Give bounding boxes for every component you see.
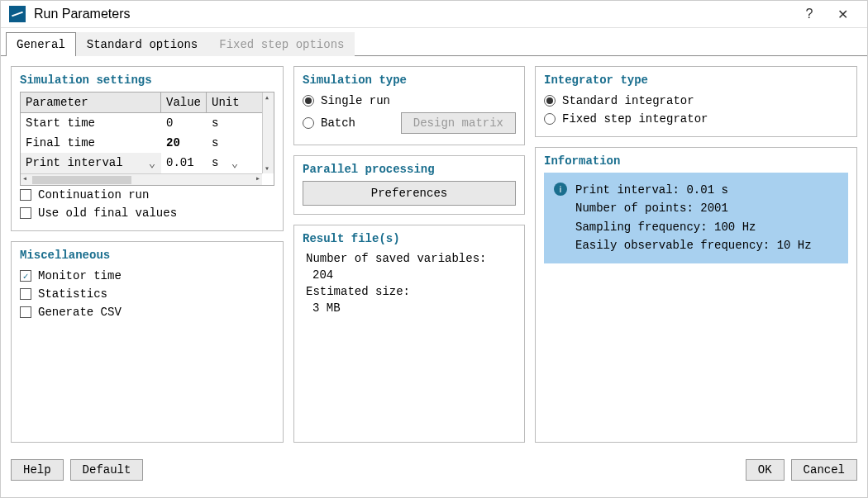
titlebar: Run Parameters ? ✕	[1, 1, 867, 28]
cell-value[interactable]: 20	[161, 133, 207, 153]
cell-unit: s	[207, 113, 244, 133]
group-miscellaneous: Miscellaneous ✓ Monitor time Statistics …	[11, 241, 284, 443]
table-header: Parameter Value Unit	[21, 92, 262, 113]
info-line: Print interval: 0.01 s	[575, 181, 812, 199]
group-title: Integrator type	[544, 74, 848, 87]
radio-label: Single run	[321, 94, 390, 107]
tab-general[interactable]: General	[6, 32, 76, 56]
checkbox-icon[interactable]	[20, 288, 31, 300]
estimated-size-label: Estimated size:	[303, 283, 516, 300]
checkbox-label: Continuation run	[38, 188, 149, 202]
group-integrator-type: Integrator type Standard integrator Fixe…	[535, 66, 857, 137]
default-button[interactable]: Default	[70, 459, 144, 481]
group-parallel-processing: Parallel processing Preferences	[293, 155, 525, 215]
tab-bar: General Standard options Fixed step opti…	[1, 31, 867, 56]
group-information: Information i Print interval: 0.01 s Num…	[535, 147, 857, 443]
table-row[interactable]: Start time 0 s	[21, 113, 262, 133]
content-area: Simulation settings Parameter Value Unit…	[1, 56, 867, 453]
radio-icon[interactable]	[544, 95, 556, 107]
group-title: Simulation type	[303, 74, 516, 87]
col-unit: Unit	[207, 92, 244, 112]
checkbox-continuation-run[interactable]: Continuation run	[20, 186, 274, 204]
parameter-table[interactable]: Parameter Value Unit Start time 0 s Fina…	[20, 92, 274, 186]
checkbox-label: Use old final values	[38, 206, 177, 220]
tab-standard-options[interactable]: Standard options	[76, 32, 208, 56]
group-title: Result file(s)	[303, 232, 516, 245]
info-box: i Print interval: 0.01 s Number of point…	[544, 173, 848, 263]
group-title: Parallel processing	[303, 163, 516, 176]
help-icon[interactable]: ?	[793, 7, 826, 21]
cell-param: Final time	[21, 133, 161, 153]
table-row[interactable]: Print interval⌄ 0.01 s⌄	[21, 153, 262, 173]
scrollbar-vertical[interactable]	[262, 92, 274, 173]
radio-label: Fixed step integrator	[562, 112, 708, 126]
info-line: Easily observable frequency: 10 Hz	[575, 236, 812, 254]
close-icon[interactable]: ✕	[826, 7, 859, 22]
group-title: Information	[544, 154, 848, 168]
cancel-button[interactable]: Cancel	[791, 459, 857, 481]
saved-variables-label: Number of saved variables:	[303, 250, 516, 267]
group-simulation-type: Simulation type Single run Batch Design …	[293, 66, 525, 145]
scrollbar-horizontal[interactable]	[21, 173, 262, 185]
checkbox-icon[interactable]	[20, 207, 31, 219]
info-line: Number of points: 2001	[575, 199, 812, 217]
info-line: Sampling frequency: 100 Hz	[575, 218, 812, 236]
app-icon	[9, 6, 26, 22]
col-value: Value	[161, 92, 207, 112]
checkbox-icon[interactable]	[20, 189, 31, 201]
group-result-files: Result file(s) Number of saved variables…	[293, 225, 525, 443]
design-matrix-button: Design matrix	[401, 112, 516, 134]
chevron-down-icon[interactable]: ⌄	[231, 156, 239, 170]
checkbox-label: Monitor time	[38, 269, 122, 282]
window-title: Run Parameters	[34, 7, 131, 21]
checkbox-statistics[interactable]: Statistics	[20, 285, 274, 303]
chevron-down-icon[interactable]: ⌄	[148, 156, 156, 170]
checkbox-use-old-final-values[interactable]: Use old final values	[20, 204, 274, 222]
cell-value[interactable]: 0	[161, 113, 207, 133]
cell-param: Start time	[21, 113, 161, 133]
cell-param[interactable]: Print interval⌄	[21, 153, 161, 173]
radio-standard-integrator[interactable]: Standard integrator	[544, 92, 848, 110]
tab-fixed-step-options: Fixed step options	[208, 32, 355, 56]
radio-label: Batch	[321, 116, 355, 130]
radio-icon[interactable]	[303, 117, 314, 129]
radio-fixed-step-integrator[interactable]: Fixed step integrator	[544, 110, 848, 128]
group-title: Miscellaneous	[20, 249, 274, 262]
radio-label: Standard integrator	[562, 94, 694, 107]
cell-unit[interactable]: s⌄	[207, 153, 244, 173]
radio-icon[interactable]	[303, 95, 314, 107]
saved-variables-value: 204	[303, 267, 516, 283]
table-row[interactable]: Final time 20 s	[21, 133, 262, 153]
group-simulation-settings: Simulation settings Parameter Value Unit…	[11, 66, 284, 231]
group-title: Simulation settings	[20, 74, 274, 87]
col-parameter: Parameter	[21, 92, 161, 112]
radio-batch[interactable]: Batch Design matrix	[303, 110, 516, 136]
checkbox-label: Generate CSV	[38, 306, 122, 319]
radio-single-run[interactable]: Single run	[303, 92, 516, 110]
cell-value[interactable]: 0.01	[161, 153, 207, 173]
preferences-button[interactable]: Preferences	[303, 181, 516, 206]
checkbox-generate-csv[interactable]: Generate CSV	[20, 303, 274, 321]
cell-unit: s	[207, 133, 244, 153]
checkbox-icon[interactable]: ✓	[20, 270, 31, 282]
footer: Help Default OK Cancel	[1, 453, 867, 487]
ok-button[interactable]: OK	[746, 459, 785, 481]
checkbox-monitor-time[interactable]: ✓ Monitor time	[20, 267, 274, 285]
info-icon: i	[554, 183, 567, 196]
help-button[interactable]: Help	[11, 459, 64, 481]
radio-icon[interactable]	[544, 113, 556, 125]
checkbox-icon[interactable]	[20, 306, 31, 318]
estimated-size-value: 3 MB	[303, 300, 516, 316]
checkbox-label: Statistics	[38, 287, 107, 301]
